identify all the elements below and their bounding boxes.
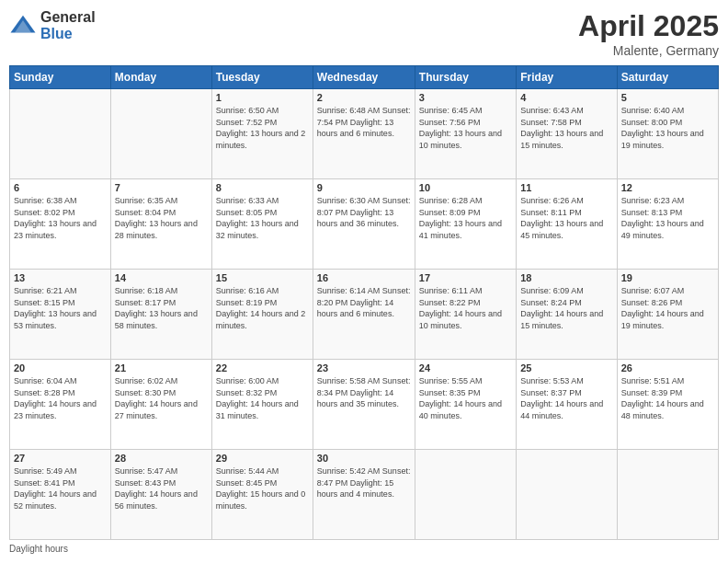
day-cell: 10Sunrise: 6:28 AM Sunset: 8:09 PM Dayli…	[415, 179, 516, 270]
day-cell: 16Sunrise: 6:14 AM Sunset: 8:20 PM Dayli…	[313, 270, 415, 360]
day-cell	[517, 450, 617, 540]
day-cell: 9Sunrise: 6:30 AM Sunset: 8:07 PM Daylig…	[313, 179, 415, 270]
day-info: Sunrise: 6:23 AM Sunset: 8:13 PM Dayligh…	[621, 195, 714, 241]
day-number: 7	[115, 182, 208, 193]
day-cell: 29Sunrise: 5:44 AM Sunset: 8:45 PM Dayli…	[211, 450, 313, 540]
day-info: Sunrise: 6:18 AM Sunset: 8:17 PM Dayligh…	[115, 285, 208, 331]
day-info: Sunrise: 6:11 AM Sunset: 8:22 PM Dayligh…	[419, 285, 512, 331]
week-row-2: 6Sunrise: 6:38 AM Sunset: 8:02 PM Daylig…	[10, 179, 719, 270]
title-area: April 2025 Malente, Germany	[578, 9, 719, 58]
day-cell: 5Sunrise: 6:40 AM Sunset: 8:00 PM Daylig…	[617, 89, 718, 179]
day-number: 6	[14, 182, 107, 193]
day-info: Sunrise: 6:30 AM Sunset: 8:07 PM Dayligh…	[317, 195, 411, 230]
day-number: 1	[216, 92, 309, 103]
day-cell	[617, 450, 718, 540]
day-header-monday: Monday	[110, 66, 211, 89]
week-row-4: 20Sunrise: 6:04 AM Sunset: 8:28 PM Dayli…	[10, 360, 719, 450]
day-info: Sunrise: 6:43 AM Sunset: 7:58 PM Dayligh…	[520, 105, 612, 151]
day-cell: 26Sunrise: 5:51 AM Sunset: 8:39 PM Dayli…	[617, 360, 718, 450]
logo: General Blue	[9, 9, 96, 41]
day-cell: 6Sunrise: 6:38 AM Sunset: 8:02 PM Daylig…	[10, 179, 111, 270]
header: General Blue April 2025 Malente, Germany	[9, 9, 719, 58]
day-number: 11	[520, 182, 612, 193]
day-cell	[110, 89, 211, 179]
day-header-wednesday: Wednesday	[313, 66, 415, 89]
day-cell: 19Sunrise: 6:07 AM Sunset: 8:26 PM Dayli…	[617, 270, 718, 360]
day-number: 8	[216, 182, 309, 193]
location-subtitle: Malente, Germany	[578, 43, 719, 58]
day-cell: 21Sunrise: 6:02 AM Sunset: 8:30 PM Dayli…	[110, 360, 211, 450]
day-number: 12	[621, 182, 714, 193]
logo-text: General Blue	[40, 9, 96, 41]
day-header-sunday: Sunday	[10, 66, 111, 89]
day-cell: 3Sunrise: 6:45 AM Sunset: 7:56 PM Daylig…	[415, 89, 516, 179]
day-info: Sunrise: 6:45 AM Sunset: 7:56 PM Dayligh…	[419, 105, 512, 151]
day-info: Sunrise: 5:44 AM Sunset: 8:45 PM Dayligh…	[216, 465, 309, 511]
day-cell: 17Sunrise: 6:11 AM Sunset: 8:22 PM Dayli…	[415, 270, 516, 360]
day-number: 4	[520, 92, 612, 103]
day-info: Sunrise: 6:26 AM Sunset: 8:11 PM Dayligh…	[520, 195, 612, 241]
day-number: 22	[216, 362, 309, 373]
day-info: Sunrise: 6:16 AM Sunset: 8:19 PM Dayligh…	[216, 285, 309, 331]
logo-general: General	[40, 9, 96, 26]
day-info: Sunrise: 6:09 AM Sunset: 8:24 PM Dayligh…	[520, 285, 612, 331]
daylight-label: Daylight hours	[9, 544, 68, 554]
day-number: 26	[621, 362, 714, 373]
day-info: Sunrise: 6:35 AM Sunset: 8:04 PM Dayligh…	[115, 195, 208, 241]
day-cell: 30Sunrise: 5:42 AM Sunset: 8:47 PM Dayli…	[313, 450, 415, 540]
day-number: 19	[621, 272, 714, 283]
calendar-header: SundayMondayTuesdayWednesdayThursdayFrid…	[10, 66, 719, 89]
day-cell: 28Sunrise: 5:47 AM Sunset: 8:43 PM Dayli…	[110, 450, 211, 540]
day-cell: 13Sunrise: 6:21 AM Sunset: 8:15 PM Dayli…	[10, 270, 111, 360]
day-info: Sunrise: 6:33 AM Sunset: 8:05 PM Dayligh…	[216, 195, 309, 241]
day-info: Sunrise: 6:50 AM Sunset: 7:52 PM Dayligh…	[216, 105, 309, 151]
day-cell: 14Sunrise: 6:18 AM Sunset: 8:17 PM Dayli…	[110, 270, 211, 360]
day-info: Sunrise: 6:40 AM Sunset: 8:00 PM Dayligh…	[621, 105, 714, 151]
day-number: 30	[317, 453, 411, 464]
day-cell: 8Sunrise: 6:33 AM Sunset: 8:05 PM Daylig…	[211, 179, 313, 270]
day-number: 25	[520, 362, 612, 373]
day-number: 24	[419, 362, 512, 373]
day-info: Sunrise: 5:47 AM Sunset: 8:43 PM Dayligh…	[115, 465, 208, 511]
day-info: Sunrise: 6:00 AM Sunset: 8:32 PM Dayligh…	[216, 375, 309, 421]
day-number: 9	[317, 182, 411, 193]
day-info: Sunrise: 5:53 AM Sunset: 8:37 PM Dayligh…	[520, 375, 612, 421]
day-cell: 18Sunrise: 6:09 AM Sunset: 8:24 PM Dayli…	[517, 270, 617, 360]
day-number: 16	[317, 272, 411, 283]
logo-blue: Blue	[40, 26, 96, 42]
day-info: Sunrise: 6:02 AM Sunset: 8:30 PM Dayligh…	[115, 375, 208, 421]
day-cell: 24Sunrise: 5:55 AM Sunset: 8:35 PM Dayli…	[415, 360, 516, 450]
day-number: 21	[115, 362, 208, 373]
day-number: 20	[14, 362, 107, 373]
day-cell: 11Sunrise: 6:26 AM Sunset: 8:11 PM Dayli…	[517, 179, 617, 270]
day-info: Sunrise: 6:48 AM Sunset: 7:54 PM Dayligh…	[317, 105, 411, 140]
day-number: 3	[419, 92, 512, 103]
day-number: 27	[14, 453, 107, 464]
calendar-body: 1Sunrise: 6:50 AM Sunset: 7:52 PM Daylig…	[10, 89, 719, 540]
day-number: 18	[520, 272, 612, 283]
day-number: 23	[317, 362, 411, 373]
day-cell: 15Sunrise: 6:16 AM Sunset: 8:19 PM Dayli…	[211, 270, 313, 360]
week-row-1: 1Sunrise: 6:50 AM Sunset: 7:52 PM Daylig…	[10, 89, 719, 179]
day-number: 15	[216, 272, 309, 283]
day-number: 13	[14, 272, 107, 283]
calendar-table: SundayMondayTuesdayWednesdayThursdayFrid…	[9, 65, 719, 540]
day-info: Sunrise: 6:28 AM Sunset: 8:09 PM Dayligh…	[419, 195, 512, 241]
page: General Blue April 2025 Malente, Germany…	[0, 0, 728, 563]
day-cell: 4Sunrise: 6:43 AM Sunset: 7:58 PM Daylig…	[517, 89, 617, 179]
logo-icon	[9, 12, 37, 40]
day-info: Sunrise: 5:51 AM Sunset: 8:39 PM Dayligh…	[621, 375, 714, 421]
day-header-saturday: Saturday	[617, 66, 718, 89]
day-cell: 27Sunrise: 5:49 AM Sunset: 8:41 PM Dayli…	[10, 450, 111, 540]
day-cell: 1Sunrise: 6:50 AM Sunset: 7:52 PM Daylig…	[211, 89, 313, 179]
day-info: Sunrise: 6:04 AM Sunset: 8:28 PM Dayligh…	[14, 375, 107, 421]
day-number: 10	[419, 182, 512, 193]
day-number: 28	[115, 453, 208, 464]
day-number: 17	[419, 272, 512, 283]
day-cell: 7Sunrise: 6:35 AM Sunset: 8:04 PM Daylig…	[110, 179, 211, 270]
day-header-tuesday: Tuesday	[211, 66, 313, 89]
day-header-thursday: Thursday	[415, 66, 516, 89]
day-number: 2	[317, 92, 411, 103]
day-cell	[10, 89, 111, 179]
day-info: Sunrise: 5:49 AM Sunset: 8:41 PM Dayligh…	[14, 465, 107, 511]
